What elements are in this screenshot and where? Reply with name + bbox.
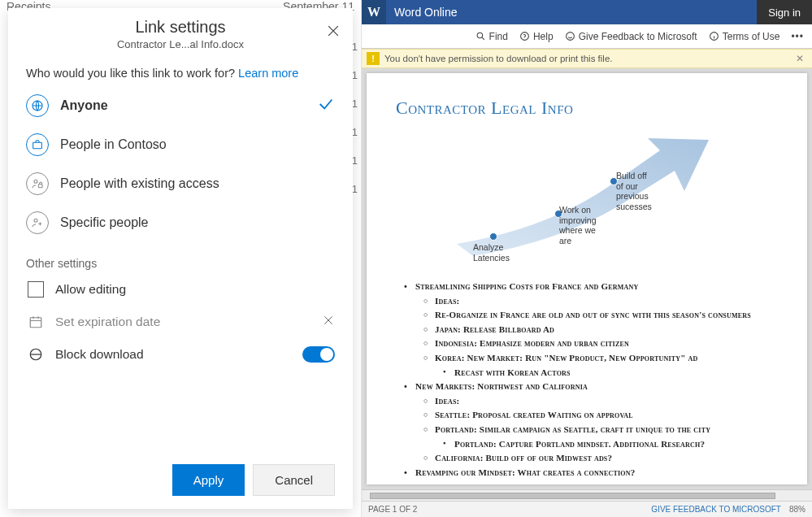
diagram-node-1: Analyze Latencies xyxy=(473,242,538,263)
bullet-item: Recast with Korean Actors xyxy=(396,366,778,380)
option-label: Anyone xyxy=(60,98,306,113)
block-download-label: Block download xyxy=(55,347,293,362)
bullet-item: Ideas: xyxy=(396,394,778,409)
document-bullets: Streamlining Shipping Costs for France a… xyxy=(396,280,778,480)
document-area: Contractor Legal Info Analyze Latencies … xyxy=(362,68,812,489)
bullet-item: Korea: New Market: Run "New Product, New… xyxy=(396,351,778,366)
help-button[interactable]: Help xyxy=(519,31,554,42)
option-label: People with existing access xyxy=(60,176,335,191)
close-icon[interactable] xyxy=(325,23,341,42)
dialog-title: Link settings xyxy=(20,18,341,37)
status-bar: PAGE 1 OF 2 GIVE FEEDBACK TO MICROSOFT 8… xyxy=(362,501,812,517)
option-specific[interactable]: Specific people xyxy=(26,203,335,242)
diagram-node-2: Work on improving where we are xyxy=(559,205,624,245)
audience-options: Anyone People in Contoso People with xyxy=(26,86,335,242)
option-org[interactable]: People in Contoso xyxy=(26,125,335,164)
globe-icon xyxy=(26,94,49,117)
arrow-diagram: Analyze Latencies Work on improving wher… xyxy=(441,130,733,260)
allow-editing-label: Allow editing xyxy=(55,282,335,297)
svg-point-2 xyxy=(34,180,37,184)
zoom-level: 88% xyxy=(789,505,805,514)
cancel-button[interactable]: Cancel xyxy=(253,464,335,496)
bullet-item: Japan: Release Billboard Ad xyxy=(396,323,778,337)
allow-editing-row[interactable]: Allow editing xyxy=(26,273,335,306)
search-icon xyxy=(475,31,486,41)
sign-in-button[interactable]: Sign in xyxy=(757,0,812,24)
diagram-node-3: Build off of our previous sucesses xyxy=(616,171,681,211)
app-name: Word Online xyxy=(386,6,757,19)
bullet-item: Streamlining Shipping Costs for France a… xyxy=(396,280,778,294)
svg-point-4 xyxy=(34,219,37,223)
other-settings-header: Other settings xyxy=(26,257,335,270)
word-toolbar: Find Help Give Feedback to Microsoft Ter… xyxy=(362,24,812,49)
word-titlebar: W Word Online Sign in xyxy=(362,0,812,24)
block-download-toggle[interactable] xyxy=(302,346,335,363)
bullet-item: California: Build off of our Midwest ads… xyxy=(396,451,778,466)
bullet-item: Portland: Capture Portland mindset. Addi… xyxy=(396,437,778,452)
svg-rect-5 xyxy=(30,318,41,328)
checkmark-icon xyxy=(317,95,335,116)
bullet-item: Revamping our Mindset: What creates a co… xyxy=(396,466,778,480)
bullet-item: Ideas: xyxy=(396,294,778,309)
terms-button[interactable]: Terms of Use xyxy=(709,31,780,42)
block-icon xyxy=(26,347,46,362)
info-icon xyxy=(709,31,719,41)
horizontal-scrollbar[interactable] xyxy=(362,489,812,501)
expiration-label: Set expiration date xyxy=(55,315,312,329)
warning-text: You don't have permission to download or… xyxy=(384,54,613,63)
warning-bar: ! You don't have permission to download … xyxy=(362,49,812,68)
svg-point-9 xyxy=(566,33,574,41)
prompt-text: Who would you like this link to work for… xyxy=(26,65,335,81)
block-download-row: Block download xyxy=(26,338,335,371)
svg-point-7 xyxy=(477,33,483,38)
expiration-row[interactable]: Set expiration date xyxy=(26,306,335,338)
bullet-item: Seattle: Proposal created Waiting on app… xyxy=(396,408,778,423)
apply-button[interactable]: Apply xyxy=(172,464,245,496)
bullet-item: New Markets: Northwest and California xyxy=(396,380,778,394)
document-page: Contractor Legal Info Analyze Latencies … xyxy=(367,73,807,484)
word-logo-icon: W xyxy=(362,0,386,24)
option-anyone[interactable]: Anyone xyxy=(26,86,335,125)
option-label: People in Contoso xyxy=(60,137,335,152)
briefcase-icon xyxy=(26,133,49,156)
word-online-panel: W Word Online Sign in Find Help Give Fee… xyxy=(362,0,812,517)
smile-icon xyxy=(565,31,575,41)
more-icon[interactable]: ••• xyxy=(791,31,804,42)
link-settings-dialog: Link settings Contractor Le...al Info.do… xyxy=(8,8,353,509)
clear-icon[interactable] xyxy=(322,314,335,330)
document-title: Contractor Legal Info xyxy=(396,98,778,119)
bullet-item: Portland: Similar campaign as Seattle, c… xyxy=(396,423,778,437)
feedback-button[interactable]: Give Feedback to Microsoft xyxy=(565,31,697,42)
warning-icon: ! xyxy=(367,52,380,65)
status-feedback-link[interactable]: GIVE FEEDBACK TO MICROSOFT xyxy=(651,505,781,514)
checkbox-icon[interactable] xyxy=(28,281,44,298)
svg-rect-3 xyxy=(38,185,42,188)
link-settings-panel: Receipts September 11 111111 Link settin… xyxy=(0,0,362,517)
option-existing[interactable]: People with existing access xyxy=(26,164,335,203)
people-lock-icon xyxy=(26,172,49,195)
bullet-item: Indonesia: Emphasize modern and urban ci… xyxy=(396,337,778,351)
page-indicator: PAGE 1 OF 2 xyxy=(368,505,417,514)
help-icon xyxy=(519,31,530,41)
svg-rect-1 xyxy=(33,143,42,149)
find-button[interactable]: Find xyxy=(475,31,508,42)
option-label: Specific people xyxy=(60,215,335,230)
calendar-icon xyxy=(26,315,46,329)
people-plus-icon xyxy=(26,211,49,234)
learn-more-link[interactable]: Learn more xyxy=(238,67,298,80)
bullet-item: Re-Organize in France are old and out of… xyxy=(396,308,778,323)
warning-close-icon[interactable]: ✕ xyxy=(792,53,807,64)
dialog-subtitle: Contractor Le...al Info.docx xyxy=(20,38,341,50)
